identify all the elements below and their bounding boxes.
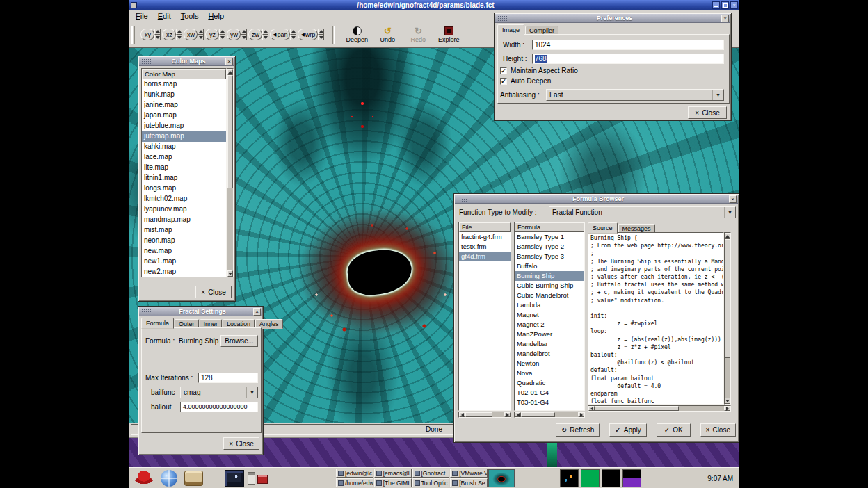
formula-item[interactable]: Mandelbar <box>515 339 584 349</box>
maximize-button[interactable] <box>721 1 729 9</box>
auto-deepen-checkbox[interactable]: ✓ <box>500 78 507 85</box>
file-item[interactable]: fractint-g4.frm <box>459 232 511 242</box>
formula-browser-close-button[interactable]: × Close <box>700 423 736 437</box>
task-button[interactable]: [Brush Se <box>450 478 488 487</box>
scroll-track[interactable] <box>595 406 724 411</box>
color-map-item[interactable]: japan.map <box>142 111 226 121</box>
color-maps-close-button[interactable]: × Close <box>195 286 232 298</box>
formula-item[interactable]: T03-01-G4 <box>515 398 584 407</box>
task-button[interactable]: [Gnofract <box>412 469 450 478</box>
menu-item[interactable]: File <box>132 11 154 21</box>
axis-spinner[interactable] <box>241 29 247 40</box>
spin-up-button[interactable] <box>262 29 268 35</box>
scroll-right-button[interactable] <box>578 412 584 417</box>
axis-spinner[interactable] <box>290 29 296 40</box>
formula-list-hscrollbar[interactable] <box>514 412 585 418</box>
formula-item[interactable]: Cubic Burning Ship <box>515 281 584 291</box>
phone-applet-icon[interactable] <box>248 472 255 485</box>
formula-item[interactable]: Magnet 2 <box>515 320 584 330</box>
browse-button[interactable]: Browse... <box>220 335 258 347</box>
bailout-input[interactable]: 4.00000000000000000 <box>180 402 258 412</box>
axis-button[interactable]: zw <box>248 29 262 40</box>
color-map-scrollbar[interactable] <box>227 68 234 277</box>
color-map-column-header[interactable]: Color Map <box>142 69 226 79</box>
axis-button[interactable]: xw <box>184 29 198 40</box>
scroll-thumb[interactable] <box>465 412 492 417</box>
source-tab[interactable]: Source <box>588 222 618 234</box>
toolbar-grip[interactable] <box>131 26 135 44</box>
menu-item[interactable]: Tools <box>177 11 205 21</box>
scroll-up-button[interactable] <box>227 69 233 75</box>
titlebar[interactable]: /home/edwin/gnofract4d/params/blade.fct … <box>129 0 739 10</box>
width-input[interactable]: 1024 <box>532 40 724 50</box>
scroll-thumb[interactable] <box>521 412 555 417</box>
color-map-item[interactable]: kahki.map <box>142 142 226 152</box>
pager-desktop-4[interactable] <box>622 469 641 487</box>
color-map-item[interactable]: lace.map <box>142 152 226 163</box>
task-button[interactable]: /home/edw <box>336 478 373 487</box>
task-button[interactable]: [emacs@l <box>374 469 412 478</box>
formula-item[interactable]: Mandelbrot <box>515 349 584 359</box>
fractal-settings-close-button[interactable]: × Close <box>223 437 259 450</box>
spin-down-button[interactable] <box>290 35 296 41</box>
color-map-item[interactable]: lkmtch02.map <box>142 194 226 204</box>
preferences-close-button[interactable]: × Close <box>688 106 727 119</box>
color-map-item[interactable]: longs.map <box>142 184 226 194</box>
file-item[interactable]: gf4d.frm <box>459 252 511 261</box>
source-hscrollbar[interactable] <box>588 405 731 412</box>
apply-button[interactable]: ✓ Apply <box>609 423 646 437</box>
settings-tab[interactable]: Formula <box>141 318 174 329</box>
spin-down-button[interactable] <box>262 35 268 41</box>
color-map-item[interactable]: jutemap.map <box>142 131 226 142</box>
color-map-item[interactable]: janine.map <box>142 100 226 111</box>
toolbox-launcher-icon[interactable] <box>257 475 268 484</box>
color-map-item[interactable]: neon.map <box>142 236 226 246</box>
spin-up-button[interactable] <box>241 29 247 35</box>
scroll-thumb[interactable] <box>725 239 730 358</box>
formula-item[interactable]: ManZPower <box>515 330 584 339</box>
axis-button[interactable]: yw <box>227 29 241 40</box>
bailfunc-dropdown[interactable]: cmag ▼ <box>180 387 258 398</box>
file-list-hscrollbar[interactable] <box>458 412 511 418</box>
task-button[interactable]: [The GIMI <box>374 478 412 487</box>
browser-launcher-icon[interactable] <box>161 470 177 487</box>
color-map-item[interactable]: horns.map <box>142 79 226 90</box>
formula-item[interactable]: Nova <box>515 368 584 378</box>
scroll-track[interactable] <box>725 239 730 398</box>
menu-item[interactable]: Edit <box>154 11 177 21</box>
color-map-item[interactable]: mandmap.map <box>142 215 226 225</box>
color-map-item[interactable]: new.map <box>142 246 226 257</box>
spin-up-button[interactable] <box>290 29 296 35</box>
spin-down-button[interactable] <box>318 35 324 41</box>
color-maps-titlebar[interactable]: Color Maps × <box>139 57 234 66</box>
help-launcher-icon[interactable] <box>184 471 203 486</box>
menu-item[interactable]: Help <box>204 11 230 21</box>
scroll-left-button[interactable] <box>515 412 521 417</box>
dialog-close-button[interactable]: × <box>253 308 261 316</box>
maintain-aspect-checkbox[interactable]: ✓ <box>500 67 507 74</box>
spin-up-button[interactable] <box>219 29 225 35</box>
formula-item[interactable]: Newton <box>515 359 584 368</box>
auto-deepen-checkbox-row[interactable]: ✓ Auto Deepen <box>500 77 551 85</box>
axis-spinner[interactable] <box>198 29 204 40</box>
spin-up-button[interactable] <box>198 29 204 35</box>
preferences-titlebar[interactable]: Preferences × <box>495 14 730 23</box>
spin-down-button[interactable] <box>241 35 247 41</box>
axis-button[interactable]: xz <box>162 29 176 40</box>
spin-down-button[interactable] <box>154 35 161 41</box>
scroll-down-button[interactable] <box>725 398 730 404</box>
axis-spinner[interactable] <box>219 29 225 40</box>
axis-spinner[interactable] <box>154 29 161 40</box>
axis-spinner[interactable] <box>176 29 182 40</box>
spin-down-button[interactable] <box>176 35 182 41</box>
formula-item[interactable]: Barnsley Type 1 <box>515 232 584 242</box>
dialog-close-button[interactable]: × <box>721 15 729 22</box>
spin-up-button[interactable] <box>154 29 161 35</box>
task-button[interactable]: [edwin@lc <box>336 469 373 478</box>
scroll-down-button[interactable] <box>227 270 233 277</box>
maintain-aspect-checkbox-row[interactable]: ✓ Maintain Aspect Ratio <box>500 67 578 74</box>
formula-item[interactable]: Quadratic <box>515 378 584 388</box>
scroll-thumb[interactable] <box>595 406 679 411</box>
axis-button[interactable]: xy <box>140 29 154 40</box>
pager-desktop-2[interactable] <box>581 469 600 487</box>
